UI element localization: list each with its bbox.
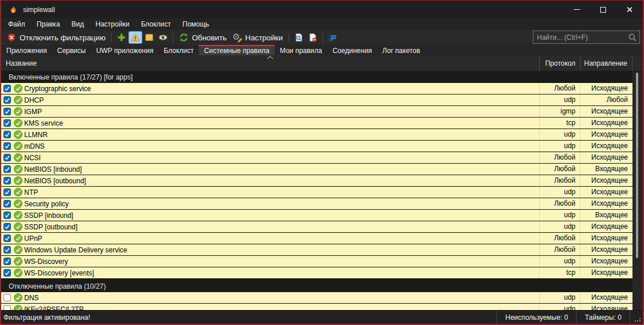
column-header-protocol[interactable]: Протокол [539,55,580,71]
table-row[interactable]: NetBIOS [inbound] Любой Входящее [1,164,632,175]
rule-checkbox[interactable] [3,142,11,150]
rule-direction: Исходящее [580,129,632,140]
window-controls: ✕ [563,1,643,18]
check-icon [4,224,10,230]
disable-filtering-button[interactable]: Отключить фильтрацию [4,31,108,44]
table-row[interactable]: LLMNR udp Исходящее [1,129,632,141]
table-row[interactable]: SSDP [outbound] udp Исходящее [1,221,632,233]
rule-checkbox[interactable] [3,165,11,173]
tab[interactable]: Приложения [1,45,52,55]
tab[interactable]: Мои правила [275,45,327,55]
rule-protocol: Любой [539,83,580,94]
menu-item[interactable]: Настройки [90,18,135,30]
table-row[interactable]: mDNS udp Исходящее [1,141,632,152]
refresh-button[interactable]: Обновить [176,31,229,44]
rule-name-cell: NTP [1,188,539,196]
rule-direction: Входящее [580,210,632,221]
rule-checkbox[interactable] [3,305,11,310]
rule-protocol: Любой [539,175,580,186]
menu-item[interactable]: Файл [2,18,31,30]
table-row[interactable]: DNS udp Исходящее [1,292,632,304]
rule-allowed-icon [14,269,22,277]
rule-name-cell: LLMNR [1,130,539,139]
scrollbar-thumb[interactable] [636,73,638,258]
table-row[interactable]: DHCP udp Любой [1,95,632,106]
disable-filtering-label: Отключить фильтрацию [20,33,105,42]
rule-checkbox[interactable] [3,154,11,161]
table-row[interactable]: KMS service tcp Исходящее [1,118,632,129]
rule-checkbox[interactable] [3,85,11,92]
add-rule-button[interactable] [115,31,128,44]
hidden-apps-button[interactable] [156,31,170,44]
menu-item[interactable]: Правка [31,18,66,30]
group-header[interactable]: Отключенные правила (10/27) [1,281,632,292]
tab[interactable]: UWP приложения [91,45,158,55]
rule-name-cell: WS-Discovery [events] [1,269,539,277]
table-row[interactable]: Cryptographic service Любой Исходящее [1,83,632,95]
open-log-button[interactable] [292,31,306,44]
table-row[interactable]: UPnP Любой Исходящее [1,233,632,244]
table-row[interactable]: NCSI Любой Исходящее [1,152,632,164]
rule-checkbox[interactable] [3,177,11,184]
rule-checkbox[interactable] [3,258,11,265]
menu-item[interactable]: Помощь [177,18,215,30]
rule-protocol: udp [539,95,580,105]
settings-button[interactable]: ⚙ Настройки [230,31,286,44]
tab[interactable]: Соединения [327,45,377,55]
table-row[interactable]: WS-Discovery udp Исходящее [1,256,632,267]
rule-checkbox[interactable] [3,269,11,277]
rule-protocol: Любой [539,233,580,244]
rule-checkbox[interactable] [3,223,11,230]
rule-direction: Исходящее [580,141,632,152]
rule-name-cell: Cryptographic service [1,84,539,93]
rule-allowed-icon [14,305,22,310]
donate-button[interactable]: P P [326,31,340,44]
column-header-direction[interactable]: Направление [580,55,632,71]
table-row[interactable]: NTP udp Исходящее [1,187,632,198]
maximize-button[interactable] [590,1,616,18]
check-icon [4,108,10,115]
table-row[interactable]: SSDP [inbound] udp Входящее [1,210,632,221]
rule-checkbox[interactable] [3,188,11,196]
tab[interactable]: Лог пакетов [377,45,426,55]
rule-allowed-icon [14,293,22,302]
window-title: simplewall [23,6,55,14]
rule-name-cell: KMS service [1,119,539,127]
show-notifications-button[interactable] [128,31,142,44]
rule-checkbox[interactable] [3,294,11,301]
table-row[interactable]: IGMP igmp Исходящее [1,106,632,118]
table-row[interactable]: WS-Discovery [events] tcp Исходящее [1,267,632,279]
close-button[interactable]: ✕ [616,1,643,18]
rule-allowed-icon [14,245,22,254]
show-log-button[interactable] [142,31,156,44]
clear-log-button[interactable] [306,31,320,44]
rule-protocol: udp [539,304,580,310]
table-row[interactable]: Windows Update Delivery service Любой Ис… [1,244,632,256]
rule-allowed-icon [14,165,22,173]
rule-allowed-icon [14,176,22,185]
group-header[interactable]: Включенные правила (17/27) [for apps] [1,71,632,83]
resize-grip[interactable] [635,316,641,322]
tab[interactable]: Системные правила [199,45,275,55]
vertical-scrollbar[interactable] [632,71,643,310]
menu-item[interactable]: Вид [66,18,90,30]
tab[interactable]: Сервисы [52,45,91,55]
status-bar: Фильтрация активирована! Неиспользуемые:… [1,310,643,324]
rule-checkbox[interactable] [3,200,11,207]
rule-checkbox[interactable] [3,211,11,219]
minimize-button[interactable] [563,1,590,18]
rule-checkbox[interactable] [3,246,11,254]
menu-item[interactable]: Блоклист [135,18,177,30]
menu-bar: ФайлПравкаВидНастройкиБлоклистПомощь [1,18,643,30]
rule-checkbox[interactable] [3,235,11,242]
rule-checkbox[interactable] [3,131,11,138]
tab[interactable]: Блоклист [158,45,199,55]
table-row[interactable]: NetBIOS [outbound] Любой Исходящее [1,175,632,187]
search-input[interactable] [533,33,628,41]
rule-protocol: udp [539,221,580,232]
table-row[interactable]: IKEv2/IPSEC/L2TP udp Исходящее [1,304,632,310]
rule-checkbox[interactable] [3,96,11,104]
table-row[interactable]: Security policy Любой Исходящее [1,198,632,210]
rule-checkbox[interactable] [3,108,11,115]
rule-checkbox[interactable] [3,119,11,127]
